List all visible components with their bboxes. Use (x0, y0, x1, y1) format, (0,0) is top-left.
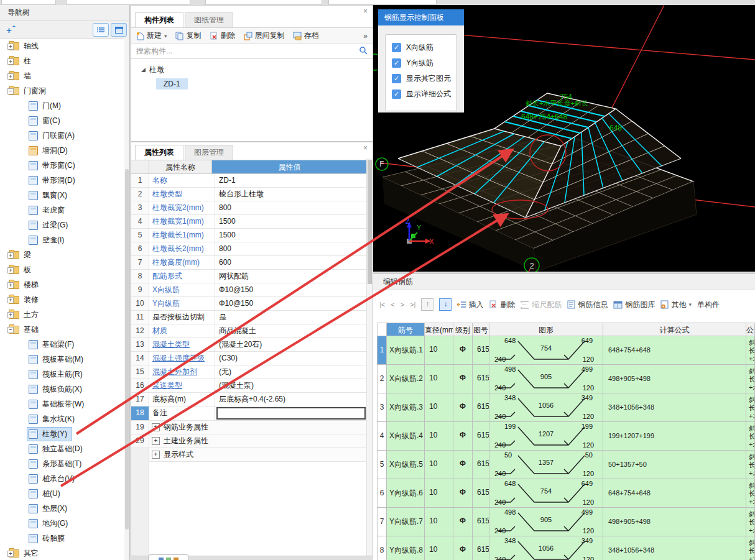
property-row-rebar-form[interactable]: 8配筋形式网状配筋 (131, 270, 373, 283)
sidebar-item-foundation[interactable]: 基础 (0, 322, 124, 337)
close-icon[interactable]: × (363, 7, 368, 16)
sidebar-item-door-window-openings[interactable]: 门窗洞 (0, 83, 124, 98)
header-formula-desc[interactable]: 公式描述 (746, 323, 755, 336)
expand-icon[interactable]: + (152, 423, 160, 431)
sidebar-item-raft-negative-rebar[interactable]: 筏板负筋(X) (0, 382, 124, 397)
sidebar-scrollbar[interactable] (124, 39, 129, 560)
last-row-button[interactable]: >| (410, 301, 415, 308)
delete-button[interactable]: 删除 (210, 30, 236, 41)
property-row-admixture[interactable]: 15混凝土外加剂(无) (131, 365, 373, 379)
checkbox-show-detailed-formula[interactable]: ✓显示详细公式 (386, 86, 456, 102)
search-component-input[interactable]: 搜索构件... (131, 44, 373, 59)
prev-row-button[interactable]: < (391, 301, 394, 308)
property-group-civil-business[interactable]: 29+土建业务属性 (131, 434, 373, 448)
sidebar-item-window[interactable]: 窗(C) (0, 113, 124, 128)
sidebar-item-sump-pit[interactable]: 集水坑(K) (0, 411, 124, 426)
archive-button[interactable]: 存档 (293, 30, 319, 41)
sidebar-item-foundation-slab-band[interactable]: 基础板带(W) (0, 397, 124, 411)
header-bar-number[interactable]: 筋号 (387, 323, 425, 336)
expander-icon[interactable] (141, 68, 146, 72)
tab-drawing-management[interactable]: 图纸管理 (185, 12, 233, 27)
sidebar-item-door[interactable]: 门(M) (0, 98, 124, 113)
sidebar-item-earthwork[interactable]: 土方 (0, 307, 124, 322)
remark-input[interactable] (216, 407, 366, 420)
component-item-zd1[interactable]: ZD-1 (156, 78, 188, 90)
delete-row-button[interactable]: 删除 (489, 300, 515, 310)
sidebar-item-stairs[interactable]: 楼梯 (0, 277, 124, 292)
property-row-material[interactable]: 12材质商品混凝土 (131, 324, 373, 338)
tab-property-list[interactable]: 属性列表 (135, 145, 183, 160)
sidebar-item-beam[interactable]: 梁 (0, 247, 124, 262)
sidebar-item-band-hole[interactable]: 带形洞(D) (0, 173, 124, 188)
rebar-row[interactable]: 3 X向纵筋.3 10 Φ 615 3482401056349120 348+1… (377, 393, 755, 422)
property-row-concrete-type[interactable]: 13混凝土类型(混凝土20石) (131, 338, 373, 352)
bottom-partial-button[interactable] (148, 554, 189, 560)
single-component-button[interactable]: 单构件 (697, 300, 720, 310)
checkbox-show-other-elements[interactable]: ✓显示其它图元 (386, 71, 456, 86)
property-row-x-rebar[interactable]: 9X向纵筋Φ10@150 (131, 283, 373, 297)
rebar-row[interactable]: 2 X向纵筋.2 10 Φ 615 498240905499120 498+90… (377, 365, 755, 393)
sidebar-item-door-connected-window[interactable]: 门联窗(A) (0, 128, 124, 143)
sidebar-item-independent-foundation[interactable]: 独立基础(D) (0, 441, 124, 456)
sidebar-item-slab[interactable]: 板 (0, 262, 124, 277)
checkbox-checked-icon[interactable]: ✓ (392, 90, 401, 99)
property-row-length2[interactable]: 6柱墩截长2(mm)800 (131, 242, 373, 256)
checkbox-y-rebar[interactable]: ✓Y向纵筋 (386, 55, 456, 71)
expand-icon[interactable]: + (152, 437, 160, 445)
floor-copy-button[interactable]: 层间复制 (244, 30, 285, 41)
rebar-library-button[interactable]: 钢筋图库 (613, 300, 655, 310)
add-component-type-icon[interactable]: + (6, 25, 12, 35)
rebar-row[interactable]: 6 Y向纵筋.6 10 Φ 615 648240754649120 648+75… (377, 479, 755, 508)
tab-component-list[interactable]: 构件列表 (135, 12, 183, 27)
sidebar-item-column[interactable]: 柱 (0, 53, 124, 68)
property-row-name[interactable]: 1名称ZD-1 (131, 174, 373, 188)
property-row-y-rebar[interactable]: 10Y向纵筋Φ10@150 (131, 297, 373, 311)
sidebar-item-brick-mold[interactable]: 砖胎膜 (0, 531, 124, 546)
sidebar-item-column-pier[interactable]: 柱墩(Y) (0, 426, 124, 441)
first-row-button[interactable]: |< (379, 301, 385, 308)
tab-layer-management[interactable]: 图层管理 (185, 145, 233, 160)
sidebar-item-dormer-window[interactable]: 老虎窗 (0, 203, 124, 218)
property-row-cut-by-slab-edge[interactable]: 11是否按板边切割是 (131, 311, 373, 324)
header-shape-code[interactable]: 图号 (473, 323, 489, 336)
property-row-remark[interactable]: 18备注 (131, 406, 373, 421)
header-diameter[interactable]: 直径(mm) (425, 323, 453, 336)
sidebar-item-band-window[interactable]: 带形窗(C) (0, 158, 124, 173)
search-icon[interactable] (359, 46, 368, 57)
sidebar-item-pile-cap[interactable]: 桩承台(V) (0, 471, 124, 486)
move-down-button[interactable]: ↓ (439, 298, 452, 311)
header-grade[interactable]: 级别 (453, 323, 473, 336)
rebar-row[interactable]: 5 X向纵筋.5 10 Φ 615 50240135750120 50+1357… (377, 451, 755, 479)
3d-viewport[interactable]: 斜长+水平长度+斜长 754 648+754+648 648 F 2 Z Y X (373, 5, 755, 272)
sidebar-item-decoration[interactable]: 装修 (0, 292, 124, 307)
sidebar-item-bay-window[interactable]: 飘窗(X) (0, 188, 124, 203)
rebar-info-button[interactable]: 钢筋信息 (567, 300, 608, 310)
checkbox-x-rebar[interactable]: ✓X向纵筋 (386, 40, 456, 55)
sidebar-item-raft-main-rebar[interactable]: 筏板主筋(R) (0, 367, 124, 382)
toolbar-overflow-icon[interactable]: » (363, 32, 368, 40)
checkbox-checked-icon[interactable]: ✓ (392, 58, 401, 68)
sidebar-item-cushion-layer[interactable]: 垫层(X) (0, 501, 124, 516)
sidebar-item-wall[interactable]: 墙 (0, 68, 124, 83)
sidebar-item-lintel[interactable]: 过梁(G) (0, 218, 124, 232)
property-row-pump-type[interactable]: 16泵送类型(混凝土泵) (131, 379, 373, 393)
panel-view-button[interactable] (111, 23, 127, 37)
property-group-rebar-business[interactable]: 19+钢筋业务属性 (131, 421, 373, 434)
next-row-button[interactable]: > (401, 301, 404, 308)
move-up-button[interactable]: ↑ (421, 298, 433, 311)
rebar-row[interactable]: 1 X向纵筋.1 10 Φ 615 648240754649120 648+75… (377, 336, 755, 365)
property-row-bottom-elevation[interactable]: 17底标高(m)层底标高+0.4(-2.65) (131, 393, 373, 406)
sidebar-item-ground-trench[interactable]: 地沟(G) (0, 516, 124, 531)
sidebar-item-niche[interactable]: 壁龛(I) (0, 232, 124, 247)
component-group-column-pier[interactable]: 柱墩 (131, 63, 373, 77)
sidebar-item-raft-foundation[interactable]: 筏板基础(M) (0, 352, 124, 367)
rebar-row[interactable]: 4 X向纵筋.4 10 Φ 615 1992401207199120 199+1… (377, 422, 755, 451)
sidebar-item-foundation-beam[interactable]: 基础梁(F) (0, 337, 124, 352)
rebar-row[interactable]: 8 Y向纵筋.8 10 Φ 615 3482401056349120 348+1… (377, 536, 755, 560)
sidebar-item-wall-hole[interactable]: 墙洞(D) (0, 143, 124, 158)
property-scrollbar[interactable] (366, 158, 373, 556)
property-row-length1[interactable]: 5柱墩截长1(mm)1500 (131, 229, 373, 242)
rebar-row[interactable]: 7 Y向纵筋.7 10 Φ 615 498240905499120 498+90… (377, 508, 755, 536)
copy-button[interactable]: 复制 (175, 30, 201, 41)
list-view-button[interactable] (93, 23, 109, 37)
